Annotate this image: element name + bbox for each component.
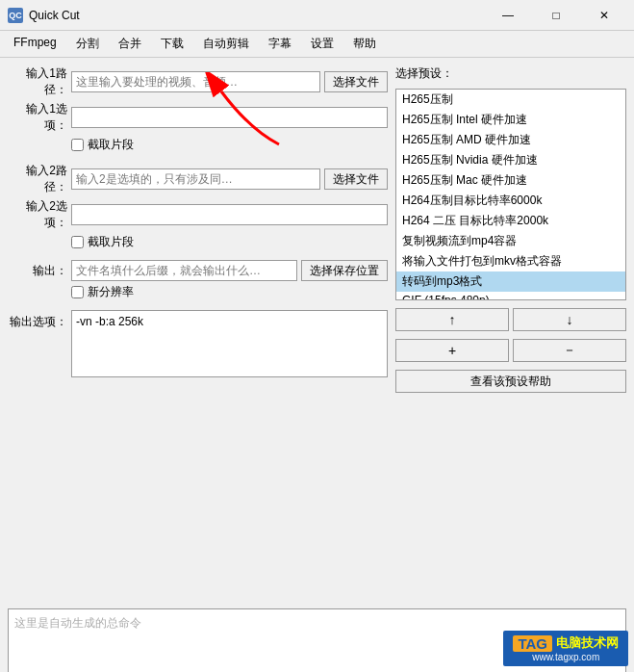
input2-clip-checkbox[interactable] <box>71 236 84 248</box>
list-item[interactable]: GIF (15fps 480p) <box>396 292 625 300</box>
preset-list[interactable]: H265压制H265压制 Intel 硬件加速H265压制 AMD 硬件加速H2… <box>395 89 626 300</box>
preset-add-button[interactable]: + <box>395 339 509 362</box>
preset-add-remove-controls: + － <box>395 339 626 362</box>
list-item[interactable]: 将输入文件打包到mkv格式容器 <box>396 251 625 271</box>
menu-item-合并[interactable]: 合并 <box>109 33 151 55</box>
window-controls: — □ ✕ <box>486 6 626 25</box>
input2-clip-row: 截取片段 <box>8 234 388 250</box>
menu-item-FFmpeg[interactable]: FFmpeg <box>4 33 66 55</box>
input2-clip-label: 截取片段 <box>88 234 134 250</box>
input2-select-button[interactable]: 选择文件 <box>324 168 388 190</box>
maximize-button[interactable]: □ <box>534 6 578 25</box>
list-item[interactable]: H265压制 Mac 硬件加速 <box>396 170 625 191</box>
new-resolution-label: 新分辨率 <box>88 284 134 300</box>
input2-options-row: 输入2选项： <box>8 198 388 231</box>
preset-help-button[interactable]: 查看该预设帮助 <box>395 370 626 393</box>
input1-clip-checkbox[interactable] <box>71 139 84 151</box>
menu-item-帮助[interactable]: 帮助 <box>343 33 386 55</box>
list-item[interactable]: H265压制 Nvidia 硬件加速 <box>396 150 625 170</box>
output-field[interactable] <box>71 260 297 281</box>
menu-bar: FFmpeg分割合并下载自动剪辑字幕设置帮助 <box>0 31 634 58</box>
output-label: 输出： <box>8 263 67 279</box>
new-resolution-checkbox[interactable] <box>71 286 84 298</box>
app-title: Quick Cut <box>29 9 80 22</box>
left-panel: 输入1路径： 选择文件 输入1选项： 截取片段 输入2路径： <box>8 65 388 597</box>
input1-field[interactable] <box>71 71 320 92</box>
list-item[interactable]: 转码到mp3格式 <box>396 271 625 292</box>
preset-label: 选择预设： <box>395 65 626 82</box>
title-bar: QC Quick Cut — □ ✕ <box>0 0 634 31</box>
site-name: 电脑技术网 <box>556 634 619 652</box>
command-placeholder: 这里是自动生成的总命令 <box>14 616 141 630</box>
input1-options-label: 输入1选项： <box>8 101 67 134</box>
preset-remove-button[interactable]: － <box>513 339 626 362</box>
new-resolution-row: 新分辨率 <box>8 284 388 300</box>
list-item[interactable]: H265压制 <box>396 90 625 110</box>
output-options-field[interactable]: -vn -b:a 256k <box>71 310 388 377</box>
input1-clip-row: 截取片段 <box>8 137 388 153</box>
output-options-group: 输出选项： -vn -b:a 256k <box>8 310 388 377</box>
tag-label: TAG <box>513 635 552 652</box>
input2-group: 输入2路径： 选择文件 输入2选项： 截取片段 <box>8 163 388 250</box>
output-select-button[interactable]: 选择保存位置 <box>301 260 388 281</box>
input2-row: 输入2路径： 选择文件 <box>8 163 388 195</box>
main-content: 输入1路径： 选择文件 输入1选项： 截取片段 输入2路径： <box>0 58 634 605</box>
list-item[interactable]: H264 二压 目标比特率2000k <box>396 211 625 231</box>
input1-options-row: 输入1选项： <box>8 101 388 134</box>
preset-up-button[interactable]: ↑ <box>395 308 509 331</box>
input2-field[interactable] <box>71 168 320 190</box>
input1-options-field[interactable] <box>71 107 388 128</box>
list-item[interactable]: 复制视频流到mp4容器 <box>396 231 625 251</box>
preset-down-button[interactable]: ↓ <box>513 308 626 331</box>
output-row: 输出： 选择保存位置 <box>8 260 388 281</box>
menu-item-字幕[interactable]: 字幕 <box>259 33 301 55</box>
list-item[interactable]: H265压制 Intel 硬件加速 <box>396 110 625 130</box>
input1-select-button[interactable]: 选择文件 <box>324 71 388 92</box>
menu-item-分割[interactable]: 分割 <box>66 33 109 55</box>
input1-label: 输入1路径： <box>8 65 67 98</box>
input2-options-label: 输入2选项： <box>8 198 67 231</box>
input2-options-field[interactable] <box>71 204 388 225</box>
app-icon: QC <box>8 8 23 23</box>
site-url: www.tagxp.com <box>532 652 599 662</box>
minimize-button[interactable]: — <box>486 6 530 25</box>
output-group: 输出： 选择保存位置 新分辨率 <box>8 260 388 300</box>
input1-group: 输入1路径： 选择文件 输入1选项： 截取片段 <box>8 65 388 153</box>
watermark: TAG 电脑技术网 www.tagxp.com <box>503 631 628 666</box>
close-button[interactable]: ✕ <box>582 6 626 25</box>
preset-move-controls: ↑ ↓ <box>395 308 626 331</box>
input1-clip-label: 截取片段 <box>88 137 134 153</box>
input1-row: 输入1路径： 选择文件 <box>8 65 388 98</box>
list-item[interactable]: H264压制目标比特率6000k <box>396 191 625 211</box>
right-panel: 选择预设： H265压制H265压制 Intel 硬件加速H265压制 AMD … <box>395 65 626 597</box>
output-options-label: 输出选项： <box>8 310 67 377</box>
menu-item-设置[interactable]: 设置 <box>301 33 343 55</box>
menu-item-下载[interactable]: 下载 <box>151 33 193 55</box>
list-item[interactable]: H265压制 AMD 硬件加速 <box>396 130 625 150</box>
input2-label: 输入2路径： <box>8 163 67 195</box>
menu-item-自动剪辑[interactable]: 自动剪辑 <box>193 33 259 55</box>
